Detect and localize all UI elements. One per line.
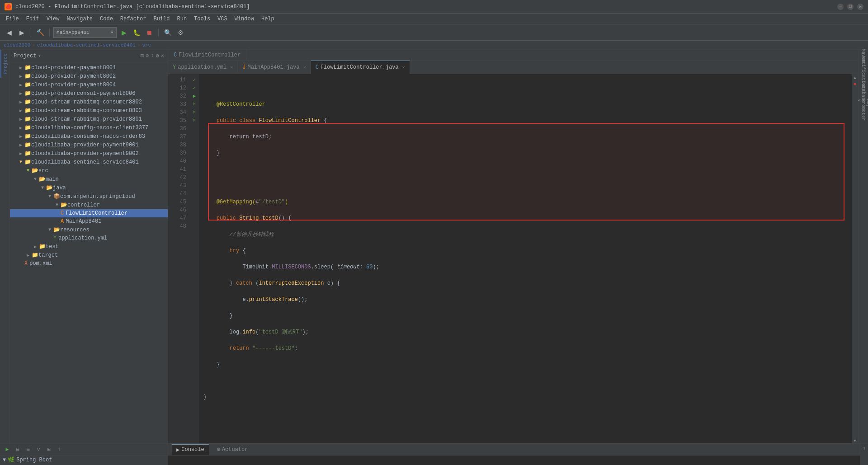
menu-window[interactable]: Window <box>231 15 258 23</box>
tab-close-button[interactable]: ✕ <box>230 65 233 70</box>
tree-controller-folder[interactable]: ▼ 📂 controller <box>10 201 168 209</box>
tree-mainapp8401[interactable]: A MainApp8401 <box>10 217 168 225</box>
actuator-tab[interactable]: ⚙ Actuator <box>212 444 253 455</box>
tab-flowlimit-outer[interactable]: C FlowLimitController <box>168 50 246 61</box>
run-config-combo[interactable]: MainApp8401 ▾ <box>53 27 117 38</box>
sort-button[interactable]: ↕ <box>151 52 154 59</box>
tree-label: cloud-provider-payment8001 <box>31 65 116 71</box>
folder-icon: 📂 <box>46 184 53 191</box>
console-scroll-up[interactable]: ⬆ <box>863 446 866 451</box>
tree-package[interactable]: ▼ 📦 com.angenin.springcloud <box>10 192 168 201</box>
tree-target[interactable]: ▶ 📁 target <box>10 251 168 259</box>
svc-expand-button[interactable]: ≡ <box>24 445 33 454</box>
svc-add-button[interactable]: + <box>55 445 64 454</box>
menu-run[interactable]: Run <box>173 15 190 23</box>
menu-build[interactable]: Build <box>150 15 173 23</box>
project-title: Project ▾ <box>14 53 41 59</box>
spring-boot-group[interactable]: ▼ 🌿 Spring Boot <box>0 456 168 464</box>
tree-rabbitmq8803[interactable]: ▶ 📁 cloud-stream-rabbitmq-consumer8803 <box>10 106 168 115</box>
maximize-button[interactable]: □ <box>847 4 854 10</box>
stop-button[interactable]: ⏹ <box>144 27 155 38</box>
folder-icon: 📁 <box>32 252 38 258</box>
notifications-icon[interactable]: Notifications <box>859 70 868 78</box>
tree-java[interactable]: ▼ 📂 java <box>10 183 168 192</box>
settings-tree-button[interactable]: ⚙ <box>156 52 159 59</box>
search-button[interactable]: 🔍 <box>162 27 173 38</box>
run-config-label: MainApp8401 <box>57 30 90 35</box>
tree-payment9001[interactable]: ▶ 📁 cloudalibaba-provider-payment9001 <box>10 141 168 149</box>
menu-tools[interactable]: Tools <box>190 15 214 23</box>
tab-close-button[interactable]: ✕ <box>402 65 405 70</box>
vtab-project[interactable]: Project <box>0 50 9 78</box>
tab-application-yml[interactable]: Y application.yml ✕ <box>168 61 238 74</box>
tree-test[interactable]: ▶ 📁 test <box>10 242 168 251</box>
svc-collapse-button[interactable]: ⊟ <box>13 445 22 454</box>
menu-vcs[interactable]: VCS <box>214 15 231 23</box>
bread-src[interactable]: src <box>142 42 151 48</box>
tree-arrow: ▶ <box>32 244 39 249</box>
tree-src[interactable]: ▼ 📂 src <box>10 166 168 175</box>
svc-group-button[interactable]: ⊞ <box>44 445 53 454</box>
menu-edit[interactable]: Edit <box>23 15 43 23</box>
console-tab[interactable]: ▶ Console <box>172 444 209 455</box>
tree-resources[interactable]: ▼ 📂 resources <box>10 225 168 234</box>
svc-filter-button[interactable]: ▽ <box>34 445 43 454</box>
collapse-all-button[interactable]: ⊟ <box>141 52 144 59</box>
run-button[interactable]: ▶ <box>118 27 129 38</box>
database-icon[interactable]: Database <box>859 88 868 96</box>
debug-button[interactable]: 🐛 <box>131 27 142 38</box>
code-content[interactable]: @RestController public class FlowLimitCo… <box>199 74 858 443</box>
app-logo: 🔴 <box>5 3 12 10</box>
tree-arrow: ▼ <box>17 160 24 164</box>
build-button[interactable]: 🔨 <box>35 27 46 38</box>
code-editor[interactable]: 11 12 32 33 34 35 36 37 38 39 40 41 42 4… <box>168 74 858 443</box>
menu-code[interactable]: Code <box>96 15 117 23</box>
close-button[interactable]: ✕ <box>857 4 863 10</box>
forward-button[interactable]: ▶ <box>16 27 27 38</box>
java-tab-icon: J <box>242 64 245 70</box>
tree-payment8004[interactable]: ▶ 📁 cloud-provider-payment8004 <box>10 80 168 89</box>
tree-payment8001[interactable]: ▶ 📁 cloud-provider-payment8001 <box>10 63 168 72</box>
tree-flowlimit-controller[interactable]: C FlowLimitController <box>10 209 168 217</box>
tree-rabbitmq8802[interactable]: ▶ 📁 cloud-stream-rabbitmq-consumer8802 <box>10 98 168 106</box>
tree-consul8006[interactable]: ▶ 📁 cloud-providerconsul-payment8006 <box>10 89 168 98</box>
tab-mainapp8401[interactable]: J MainApp8401.java ✕ <box>238 61 311 74</box>
menu-view[interactable]: View <box>43 15 63 23</box>
tree-main[interactable]: ▼ 📂 main <box>10 175 168 183</box>
tree-pom-xml[interactable]: X pom.xml <box>10 259 168 268</box>
tree-payment8002[interactable]: ▶ 📁 cloud-provider-payment8002 <box>10 72 168 80</box>
editor-scrollbar[interactable]: ▲ ■ ▼ <box>852 74 858 443</box>
tree-payment9002[interactable]: ▶ 📁 cloudalibaba-provider-payment9002 <box>10 149 168 158</box>
project-dropdown-arrow[interactable]: ▾ <box>38 53 41 59</box>
editor-area: C FlowLimitController Y application.yml … <box>168 50 858 443</box>
tree-arrow: ▶ <box>17 65 24 70</box>
tree-application-yml[interactable]: Y application.yml <box>10 234 168 242</box>
bread-module[interactable]: cloudalibaba-sentinel-service8401 <box>37 42 136 48</box>
menu-help[interactable]: Help <box>258 15 278 23</box>
window-title: cloud2020 - FlowLimitController.java [cl… <box>15 4 250 10</box>
key-promoter-icon[interactable]: Key Promoter X <box>859 106 868 114</box>
tab-close-button[interactable]: ✕ <box>303 65 306 70</box>
project-toolbar: ⊟ ⊕ ↕ ⚙ ✕ <box>141 52 164 59</box>
scroll-to-source-button[interactable]: ⊕ <box>146 52 149 59</box>
minimize-button[interactable]: ─ <box>837 4 844 10</box>
tree-nacos-order83[interactable]: ▶ 📁 cloudalibaba-consumer-nacos-order83 <box>10 132 168 141</box>
menu-refactor[interactable]: Refactor <box>117 15 150 23</box>
svc-run-button[interactable]: ▶ <box>3 445 12 454</box>
tree-sentinel8401[interactable]: ▼ 📁 cloudalibaba-sentinel-service8401 <box>10 158 168 166</box>
console-output[interactable]: 2023-09-05 10:31:53.349 INFO 18084 --- [… <box>168 456 860 465</box>
tree-nacos3377[interactable]: ▶ 📁 cloudalibaba-config-nacos-client3377 <box>10 123 168 132</box>
back-button[interactable]: ◀ <box>4 27 14 38</box>
error-marker: ■ <box>854 82 856 87</box>
tree-rabbitmq8801[interactable]: ▶ 📁 cloud-stream-rabbitmq-provider8801 <box>10 115 168 123</box>
console-tabs-bar: ▶ Console ⚙ Actuator <box>168 444 860 456</box>
close-panel-button[interactable]: ✕ <box>161 52 164 59</box>
tab-flowlimitcontroller[interactable]: C FlowLimitController.java ✕ <box>311 61 410 74</box>
menu-navigate[interactable]: Navigate <box>63 15 96 23</box>
menu-file[interactable]: File <box>2 15 23 23</box>
toolbar-separator <box>31 28 31 37</box>
settings-button[interactable]: ⚙ <box>175 27 186 38</box>
tree-label: target <box>38 252 58 258</box>
bread-project[interactable]: cloud2020 <box>4 42 30 48</box>
tree-label: cloudalibaba-consumer-nacos-order83 <box>31 133 145 140</box>
